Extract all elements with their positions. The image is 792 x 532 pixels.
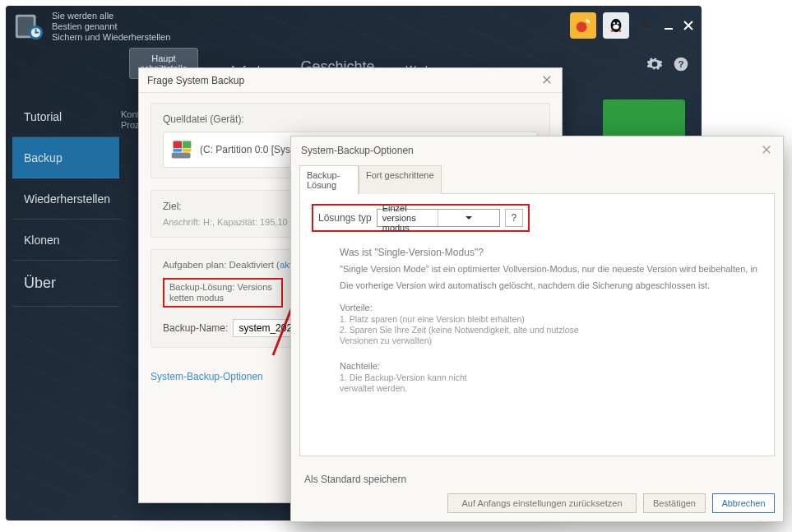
reset-defaults-button[interactable]: Auf Anfangs einstellungen zurücksetzen xyxy=(447,493,637,513)
save-as-default-link[interactable]: Als Standard speichern xyxy=(304,474,775,485)
app-subtitle: Sichern und Wiederherstellen xyxy=(52,32,170,43)
gear-icon[interactable] xyxy=(646,55,664,73)
tshirt-icon[interactable] xyxy=(639,17,652,34)
advantage-2: 2. Sparen Sie Ihre Zeit (keine Notwendig… xyxy=(340,325,586,346)
solution-type-combo[interactable]: Einzel versions modus xyxy=(377,209,500,227)
svg-rect-5 xyxy=(35,32,39,34)
svg-point-9 xyxy=(613,25,618,30)
dialog2-title-text: System-Backup-Optionen xyxy=(301,145,414,156)
svg-rect-20 xyxy=(174,141,183,149)
disadvantage-1: 1. Die Backup-Version kann nicht verwalt… xyxy=(340,372,488,394)
windows-drive-icon xyxy=(170,138,193,161)
cancel-button[interactable]: Abbrechen xyxy=(712,493,775,513)
confirm-button[interactable]: Bestätigen xyxy=(643,493,706,513)
dialog2-content: Lösungs typ Einzel versions modus ? Was … xyxy=(299,193,775,456)
dialog2-tabs: Backup-Lösung Fort geschrittene xyxy=(291,164,783,193)
app-logo xyxy=(12,10,45,43)
qq-tray-icon[interactable] xyxy=(603,12,629,39)
app-title-line1: Sie werden alle xyxy=(52,11,170,21)
close-button[interactable] xyxy=(682,19,695,32)
advantages-heading: Vorteile: xyxy=(340,303,762,312)
svg-rect-22 xyxy=(174,149,183,152)
info-heading: Was ist "Single-Version-Modus"? xyxy=(340,247,762,258)
advantage-1: 1. Platz sparen (nur eine Version bleibt… xyxy=(340,314,537,325)
svg-text:?: ? xyxy=(678,58,683,69)
app-title-line2: Bestien genannt xyxy=(52,21,170,32)
top-right-icons: ? xyxy=(646,55,690,73)
sidebar: Tutorial Backup Wiederherstellen Klonen … xyxy=(12,96,119,307)
chevron-down-icon xyxy=(438,210,499,226)
dialog1-title-text: Frage System Backup xyxy=(147,75,244,86)
window-tray xyxy=(570,12,695,39)
titlebar: Sie werden alle Bestien genannt Sichern … xyxy=(6,6,702,47)
weibo-tray-icon[interactable] xyxy=(570,12,596,39)
info-p2: Die vorherige Version wird automatisch g… xyxy=(340,280,762,291)
sidebar-item-backup[interactable]: Backup xyxy=(12,137,119,178)
info-p1: "Single Version Mode" ist ein optimierte… xyxy=(340,263,762,275)
source-label: Quelldatei (Gerät): xyxy=(163,113,244,125)
solution-type-label: Lösungs typ xyxy=(318,212,372,224)
dialog2-titlebar: System-Backup-Optionen xyxy=(291,136,783,164)
sidebar-item-tutorial[interactable]: Tutorial xyxy=(12,96,119,137)
svg-rect-23 xyxy=(183,149,192,152)
minimize-button[interactable] xyxy=(662,19,675,32)
disadvantages-heading: Nachteile: xyxy=(340,361,762,371)
sidebar-item-restore[interactable]: Wiederherstellen xyxy=(12,178,119,220)
system-backup-options-link[interactable]: System-Backup-Optionen xyxy=(151,371,274,382)
dialog2-close-icon[interactable] xyxy=(762,145,773,156)
task-plan-prefix: Aufgaben plan: Deaktiviert ( xyxy=(163,260,280,270)
help-icon[interactable]: ? xyxy=(672,55,690,73)
svg-rect-21 xyxy=(183,141,192,149)
dialog1-close-icon[interactable] xyxy=(542,75,553,86)
dialog2-footer: Als Standard speichern Auf Anfangs einst… xyxy=(291,469,783,521)
backup-name-label: Backup-Name: xyxy=(163,322,228,334)
app-title-block: Sie werden alle Bestien genannt Sichern … xyxy=(52,11,170,43)
help-button[interactable]: ? xyxy=(505,209,523,227)
svg-point-11 xyxy=(617,22,618,24)
backup-scheme-highlight[interactable]: Backup-Lösung: Versions ketten modus xyxy=(163,278,283,308)
tab-advanced[interactable]: Fort geschrittene xyxy=(359,165,442,194)
sidebar-item-clone[interactable]: Klonen xyxy=(12,220,119,261)
svg-rect-19 xyxy=(172,153,191,159)
svg-point-10 xyxy=(614,22,615,24)
solution-type-value: Einzel versions modus xyxy=(377,203,438,233)
solution-type-highlight: Lösungs typ Einzel versions modus ? xyxy=(312,204,530,232)
dialog1-titlebar: Frage System Backup xyxy=(139,68,562,93)
tab-backup-solution[interactable]: Backup-Lösung xyxy=(299,165,359,194)
sidebar-item-about[interactable]: Über xyxy=(12,261,119,307)
dialog-backup-options: System-Backup-Optionen Backup-Lösung For… xyxy=(290,136,784,522)
svg-point-6 xyxy=(577,21,587,32)
